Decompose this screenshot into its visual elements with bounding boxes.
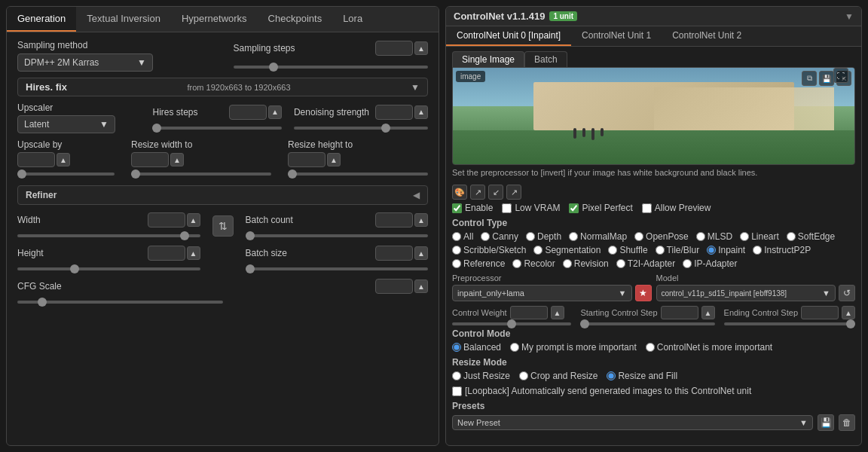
presets-select[interactable]: New Preset ▼ <box>452 415 813 430</box>
preprocessor-action-btn[interactable]: ★ <box>635 285 652 301</box>
cm-balanced[interactable]: Balanced <box>452 342 501 353</box>
denoising-input[interactable]: 0,7 <box>375 105 413 120</box>
cn-tab-unit0[interactable]: ControlNet Unit 0 [Inpaint] <box>446 26 571 46</box>
allow-preview-checkbox-label[interactable]: Allow Preview <box>642 203 711 213</box>
sampling-steps-up[interactable]: ▲ <box>414 41 428 55</box>
ct-ipadapter[interactable]: IP-Adapter <box>683 258 737 269</box>
sampling-method-select[interactable]: DPM++ 2M Karras ▼ <box>17 53 153 72</box>
upscale-by-slider[interactable] <box>17 173 115 176</box>
img-send-btn[interactable]: ↗ <box>470 185 485 200</box>
control-weight-slider[interactable] <box>452 322 571 325</box>
ending-step-slider[interactable] <box>724 322 855 325</box>
rm-justresize[interactable]: Just Resize <box>452 371 510 381</box>
ct-canny[interactable]: Canny <box>481 231 518 242</box>
ct-openpose[interactable]: OpenPose <box>634 231 689 242</box>
height-input[interactable]: 663 <box>148 246 185 261</box>
sampling-steps-slider[interactable] <box>234 66 429 69</box>
starting-step-input[interactable]: 0 <box>661 306 698 319</box>
denoising-btn[interactable]: ▲ <box>414 105 428 119</box>
preprocessor-select[interactable]: inpaint_only+lama ▼ <box>452 285 632 301</box>
width-input[interactable]: 1920 <box>148 212 185 228</box>
batch-count-slider[interactable] <box>246 234 429 237</box>
preset-delete-btn[interactable]: 🗑 <box>839 414 855 431</box>
resize-width-btn[interactable]: ▲ <box>170 153 184 166</box>
batch-size-input[interactable]: 1 <box>375 246 413 261</box>
rm-resizeandfill[interactable]: Resize and Fill <box>607 371 677 381</box>
denoising-slider[interactable] <box>294 127 428 130</box>
width-slider[interactable] <box>17 234 200 237</box>
height-btn[interactable]: ▲ <box>187 246 200 260</box>
refiner-bar[interactable]: Refiner ◀ <box>17 185 428 205</box>
enable-checkbox[interactable] <box>452 203 462 213</box>
palette-btn[interactable]: 🎨 <box>452 185 467 200</box>
width-btn[interactable]: ▲ <box>187 213 200 227</box>
ct-softedge[interactable]: SoftEdge <box>787 231 835 242</box>
low-vram-checkbox[interactable] <box>502 203 512 213</box>
cm-controlnet[interactable]: ControlNet is more important <box>646 342 772 353</box>
batch-count-btn[interactable]: ▲ <box>414 213 428 227</box>
tab-generation[interactable]: Generation <box>7 7 76 32</box>
starting-step-slider[interactable] <box>580 322 714 325</box>
image-expand-btn[interactable]: ⛶ <box>833 68 848 83</box>
ct-inpaint[interactable]: Inpaint <box>707 245 745 255</box>
ending-step-input[interactable]: 1 <box>801 306 839 319</box>
ct-revision[interactable]: Revision <box>563 258 609 269</box>
ct-tileblur[interactable]: Tile/Blur <box>656 245 700 255</box>
pixel-perfect-checkbox[interactable] <box>569 203 579 213</box>
sampling-steps-input[interactable]: 30 <box>375 41 413 56</box>
loopback-checkbox-label[interactable]: [Loopback] Automatically send generated … <box>452 386 855 396</box>
enable-checkbox-label[interactable]: Enable <box>452 203 493 213</box>
ct-t2i[interactable]: T2I-Adapter <box>616 258 675 269</box>
ct-lineart[interactable]: Lineart <box>740 231 779 242</box>
ct-shuffle[interactable]: Shuffle <box>608 245 647 255</box>
resize-height-btn[interactable]: ▲ <box>327 153 341 166</box>
cfg-scale-slider[interactable] <box>17 301 223 304</box>
cn-tab-unit1[interactable]: ControlNet Unit 1 <box>571 26 662 46</box>
resize-width-input[interactable]: 0 <box>131 152 169 167</box>
img-refresh-btn[interactable]: ↙ <box>488 185 503 200</box>
image-copy-btn[interactable]: ⧉ <box>802 71 817 86</box>
tab-hypernetworks[interactable]: Hypernetworks <box>171 7 258 32</box>
cfg-scale-input[interactable]: 4 <box>375 279 413 294</box>
allow-preview-checkbox[interactable] <box>642 203 652 213</box>
ct-instructp2p[interactable]: InstructP2P <box>753 245 811 255</box>
image-tab-single[interactable]: Single Image <box>452 51 524 67</box>
upscale-by-btn[interactable]: ▲ <box>57 153 70 166</box>
cn-tab-unit2[interactable]: ControlNet Unit 2 <box>662 26 752 46</box>
header-collapse-icon[interactable]: ▼ <box>845 11 854 22</box>
hires-steps-btn[interactable]: ▲ <box>268 105 282 119</box>
control-weight-input[interactable]: 1 <box>510 306 548 319</box>
height-slider[interactable] <box>17 267 200 270</box>
pixel-perfect-checkbox-label[interactable]: Pixel Perfect <box>569 203 632 213</box>
upscaler-select[interactable]: Latent ▼ <box>17 115 115 133</box>
ct-mlsd[interactable]: MLSD <box>696 231 732 242</box>
cm-prompt[interactable]: My prompt is more important <box>510 342 637 353</box>
tab-lora[interactable]: Lora <box>332 7 373 32</box>
tab-textual-inversion[interactable]: Textual Inversion <box>76 7 171 32</box>
upscale-by-input[interactable]: 1 <box>17 152 55 167</box>
batch-count-input[interactable]: 1 <box>375 212 413 228</box>
ct-scribble[interactable]: Scribble/Sketch <box>452 245 526 255</box>
loopback-checkbox[interactable] <box>452 386 462 396</box>
image-save-btn[interactable]: 💾 <box>819 71 834 86</box>
ct-all[interactable]: All <box>452 231 473 242</box>
ct-segmentation[interactable]: Segmentation <box>533 245 601 255</box>
resize-width-slider[interactable] <box>131 173 271 176</box>
ending-step-btn[interactable]: ▲ <box>842 306 855 319</box>
ct-reference[interactable]: Reference <box>452 258 505 269</box>
batch-size-slider[interactable] <box>246 267 429 270</box>
ct-depth[interactable]: Depth <box>526 231 561 242</box>
control-weight-btn[interactable]: ▲ <box>551 306 564 319</box>
model-refresh-btn[interactable]: ↺ <box>839 285 855 301</box>
low-vram-checkbox-label[interactable]: Low VRAM <box>502 203 560 213</box>
tab-checkpoints[interactable]: Checkpoints <box>258 7 333 32</box>
preset-save-btn[interactable]: 💾 <box>818 414 834 431</box>
resize-height-slider[interactable] <box>288 173 428 176</box>
img-arrow-btn[interactable]: ↗ <box>506 185 521 200</box>
rm-cropandresize[interactable]: Crop and Resize <box>519 371 598 381</box>
hires-collapse-icon[interactable]: ▼ <box>411 82 420 93</box>
image-tab-batch[interactable]: Batch <box>524 51 567 67</box>
batch-size-btn[interactable]: ▲ <box>414 246 428 260</box>
model-select[interactable]: control_v11p_sd15_inpaint [ebff9138] ▼ <box>656 285 836 301</box>
cfg-scale-btn[interactable]: ▲ <box>414 279 428 293</box>
